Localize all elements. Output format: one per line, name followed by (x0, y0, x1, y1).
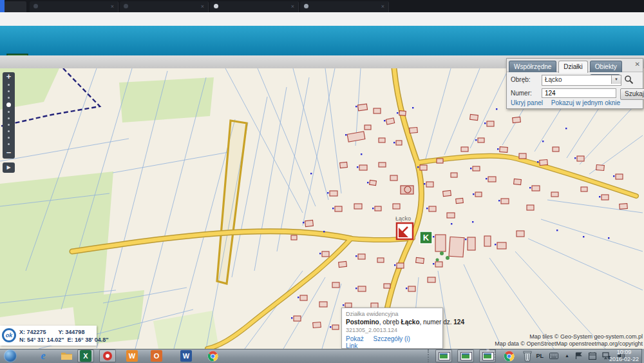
popup-number: 124 (453, 319, 464, 326)
zoom-level-current[interactable] (6, 103, 11, 107)
numer-label: Numer: (511, 90, 536, 97)
tab-favicon (214, 4, 218, 8)
language-indicator[interactable]: PL (536, 349, 544, 362)
panel-tabs: Współrzędne Działki Obiekty Adresy ✕ (507, 59, 643, 72)
panel-links: Ukryj panel Pokazuj w jednym oknie (511, 99, 627, 106)
tab-close-icon[interactable]: × (201, 1, 204, 12)
popup-sep1: , obręb (379, 319, 401, 326)
tray-expand-icon[interactable]: ▲ (565, 349, 569, 362)
attribution-tiles: Map tiles © Geo-System geo-system.com.pl (495, 333, 643, 340)
search-result-marker[interactable] (397, 223, 413, 239)
excel-taskbar-button[interactable]: X (77, 349, 94, 362)
obreb-select[interactable]: Łącko ▼ (542, 75, 621, 86)
browser-tab[interactable]: × (30, 1, 118, 12)
clock-date: 2016-02-22 (606, 356, 642, 363)
popup-links: Pokaż Szczegóły (i) Link (346, 335, 439, 349)
ok-logo: ok (2, 328, 16, 342)
monument-k-badge[interactable]: K (420, 231, 432, 244)
search-button[interactable]: Szukaj (620, 88, 644, 100)
obreb-value: Łącko (545, 76, 562, 83)
numer-input[interactable] (542, 88, 616, 98)
popup-parcel-id: 321305_2.0013.124 (346, 327, 439, 333)
browser-tab[interactable]: × (120, 1, 209, 12)
opera-taskbar-button[interactable] (99, 349, 116, 362)
explorer-taskbar-icon[interactable] (61, 351, 73, 361)
tray-overflow-icon[interactable]: » (486, 347, 489, 353)
zoom-in-button[interactable]: + (3, 72, 15, 81)
coords-xy: X: 742275 Y: 344798 (19, 329, 84, 335)
screen: × × × × ← → postomino.e-mapa.net ♥ Urząd… (0, 0, 644, 363)
popup-details-link[interactable]: Szczegóły (i) (374, 335, 410, 342)
obreb-row: Obręb: Łącko ▼ (511, 76, 536, 83)
tab-wspolrzedne[interactable]: Współrzędne (509, 61, 556, 72)
panel-search-icon[interactable] (624, 75, 634, 84)
popup-parcel-line: Postomino, obręb Łącko, numer dz. 124 (346, 319, 439, 326)
svg-text:K: K (423, 233, 430, 242)
keyboard-tray-icon[interactable] (549, 353, 558, 359)
tab-close-icon[interactable]: × (111, 1, 114, 12)
zoom-slider[interactable] (3, 81, 15, 148)
church-building (401, 186, 413, 194)
numer-row: Numer: Szukaj (511, 90, 536, 97)
browser-accent-strip (0, 0, 5, 12)
action-center-flag-icon[interactable] (575, 352, 582, 360)
tab-dzialki[interactable]: Działki (558, 61, 587, 73)
map-attribution: Map tiles © Geo-System geo-system.com.pl… (495, 333, 643, 348)
outlook-taskbar-icon[interactable]: O (151, 350, 162, 362)
browser-tab[interactable]: × (300, 1, 389, 12)
open-window-button[interactable] (457, 349, 474, 362)
clock-time: 10:09 (606, 349, 642, 356)
zoom-out-button[interactable]: − (3, 148, 15, 157)
coord-n: N: 54° 31' 14.02" (19, 337, 66, 343)
tab-close-icon[interactable]: × (381, 1, 384, 12)
popup-title: Działka ewidencyjna (346, 311, 439, 317)
panel-close-icon[interactable]: ✕ (635, 61, 640, 68)
coords-geo: N: 54° 31' 14.02" E: 16° 38' 04.8" (19, 337, 109, 343)
place-label: Łącko (395, 215, 411, 222)
popup-town: Postomino (346, 319, 379, 326)
popup-show-link[interactable]: Pokaż (346, 335, 364, 342)
dropdown-arrow-icon[interactable]: ▼ (611, 75, 621, 84)
taskbar-grip (495, 349, 498, 362)
single-window-link[interactable]: Pokazuj w jednym oknie (551, 99, 620, 106)
calendar-tray-icon[interactable] (589, 352, 596, 360)
map-canvas[interactable]: Łącko K (0, 68, 644, 349)
show-desktop-button[interactable] (641, 349, 644, 363)
tab-favicon (124, 4, 128, 8)
obreb-label: Obręb: (511, 76, 536, 83)
parcel-popup: Działka ewidencyjna Postomino, obręb Łąc… (341, 308, 443, 349)
coordinates-box: ok X: 742275 Y: 344798 N: 54° 31' 14.02"… (0, 326, 97, 346)
pan-right-button[interactable]: ▶ (3, 162, 15, 173)
orange-app-taskbar-icon[interactable]: W (126, 350, 138, 362)
recycle-bin-icon[interactable] (523, 350, 532, 362)
hide-panel-link[interactable]: Ukryj panel (511, 99, 543, 106)
tab-favicon (304, 4, 308, 8)
tab-favicon (33, 4, 38, 8)
browser-tab[interactable]: × (210, 1, 299, 12)
chrome-taskbar-icon[interactable] (207, 351, 218, 362)
tab-obiekty[interactable]: Obiekty (590, 61, 622, 72)
ie-taskbar-icon[interactable]: e (37, 350, 49, 362)
popup-obreb: Łącko (401, 319, 420, 326)
chrome-open-icon[interactable] (504, 351, 515, 362)
coord-e: E: 16° 38' 04.8" (68, 337, 109, 343)
taskbar-clock[interactable]: 10:09 2016-02-22 (606, 349, 642, 363)
coord-y: Y: 344798 (59, 329, 85, 335)
tab-close-icon[interactable]: × (291, 1, 294, 12)
browser-tab-bar: × × × × (0, 0, 644, 12)
zoom-widget: + − (3, 72, 15, 159)
browser-address-bar: ← → postomino.e-mapa.net ♥ (0, 12, 644, 26)
coord-x: X: 742275 (19, 329, 57, 335)
word-taskbar-icon[interactable]: W (180, 350, 192, 362)
popup-sep2: , numer dz. (420, 319, 454, 326)
start-button[interactable] (4, 349, 17, 362)
site-header: Urząd Gminy Postomino System Informacji … (0, 26, 644, 55)
browser-menu-button[interactable] (5, 1, 26, 12)
open-window-button[interactable] (435, 349, 452, 362)
attribution-data: Map data © OpenStreetMap openstreetmap.o… (495, 340, 643, 348)
taskbar-grip (428, 349, 431, 362)
search-panel: Współrzędne Działki Obiekty Adresy ✕ Obr… (506, 58, 643, 109)
